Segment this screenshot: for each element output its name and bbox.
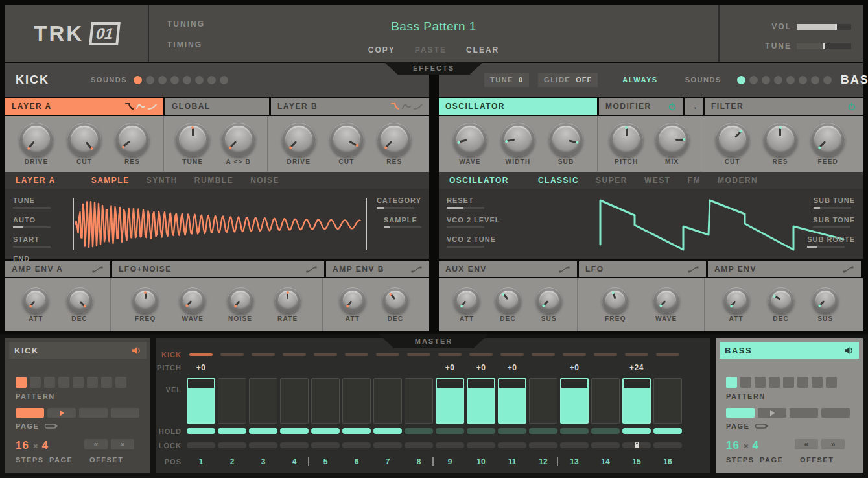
res-knob[interactable]: RES: [377, 123, 411, 165]
vel-step-13[interactable]: [560, 378, 589, 424]
cut-knob[interactable]: CUT: [330, 123, 364, 165]
lock-step-4[interactable]: [280, 442, 309, 448]
pattern-slot-3[interactable]: [44, 377, 55, 388]
kick-offset-right-button[interactable]: »: [111, 439, 134, 449]
modifier-route-arrow[interactable]: →: [685, 98, 703, 115]
kick-trigger-step-12[interactable]: [529, 352, 557, 357]
hold-step-9[interactable]: [436, 428, 464, 434]
subtab-synth[interactable]: SYNTH: [147, 176, 178, 185]
lock-step-14[interactable]: [591, 442, 620, 448]
sub-knob[interactable]: SUB: [549, 123, 583, 165]
sub-tune-param[interactable]: SUB TUNE: [814, 194, 855, 209]
page-slot-4[interactable]: [821, 408, 850, 418]
subtab-rumble[interactable]: RUMBLE: [194, 176, 233, 185]
sub-tone-slider[interactable]: [813, 226, 850, 228]
bass-page-loop-icon[interactable]: [755, 423, 769, 429]
vco-2-level-param[interactable]: VCO 2 LEVEL: [447, 213, 500, 228]
pitch-step-9[interactable]: +0: [436, 363, 464, 373]
kick-trigger-step-3[interactable]: [249, 352, 277, 357]
width-knob[interactable]: WIDTH: [501, 123, 535, 165]
hold-step-4[interactable]: [280, 428, 309, 434]
att-knob[interactable]: ATT: [23, 287, 49, 322]
page-slot-2[interactable]: [758, 408, 786, 418]
pattern-slot-8[interactable]: [115, 377, 126, 388]
sound-slot-8[interactable]: [220, 76, 228, 84]
kick-trigger-step-11[interactable]: [498, 352, 526, 357]
sound-slot-5[interactable]: [183, 76, 191, 84]
pattern-slot-7[interactable]: [812, 377, 823, 388]
lock-step-8[interactable]: [405, 442, 433, 448]
subtab-west[interactable]: WEST: [644, 176, 671, 185]
pitch-step-3[interactable]: [249, 363, 277, 373]
lock-step-5[interactable]: [311, 442, 340, 448]
noise-knob[interactable]: NOISE: [228, 287, 253, 322]
hold-step-3[interactable]: [249, 428, 277, 434]
pitch-step-16[interactable]: [653, 363, 682, 373]
subtab-sample[interactable]: SAMPLE: [91, 176, 130, 185]
wave-knob[interactable]: WAVE: [180, 287, 205, 322]
kick-trigger-step-7[interactable]: [373, 352, 402, 357]
vel-step-2[interactable]: [218, 378, 246, 424]
sample-slider[interactable]: [384, 226, 421, 228]
start-slider[interactable]: [13, 246, 51, 248]
lock-step-11[interactable]: [498, 442, 526, 448]
vel-step-1[interactable]: [187, 378, 215, 424]
pattern-slot-2[interactable]: [30, 377, 41, 388]
kick-trigger-step-9[interactable]: [436, 352, 464, 357]
wave-knob[interactable]: WAVE: [453, 123, 487, 165]
kick-trigger-step-13[interactable]: [560, 352, 589, 357]
bass-steps-value[interactable]: 16: [726, 439, 740, 452]
pitch-knob[interactable]: PITCH: [609, 123, 643, 165]
lock-step-10[interactable]: [467, 442, 495, 448]
reset-slider[interactable]: [447, 207, 484, 209]
pattern-slot-7[interactable]: [101, 377, 112, 388]
bass-tune-control[interactable]: TUNE 0: [484, 73, 529, 87]
lock-step-3[interactable]: [249, 442, 277, 448]
pitch-step-8[interactable]: [405, 363, 433, 373]
bass-mute-speaker-icon[interactable]: [844, 346, 854, 355]
dec-knob[interactable]: DEC: [768, 287, 794, 322]
wave-knob[interactable]: WAVE: [653, 287, 679, 322]
sample-end-marker[interactable]: [366, 198, 367, 250]
mix-knob[interactable]: MIX: [655, 123, 689, 165]
pattern-slot-6[interactable]: [797, 377, 808, 388]
tab-oscillator[interactable]: OSCILLATOR: [439, 98, 597, 115]
lock-step-1[interactable]: [187, 442, 215, 448]
sample-param[interactable]: SAMPLE: [384, 213, 421, 228]
rate-knob[interactable]: RATE: [275, 287, 301, 322]
hold-step-12[interactable]: [529, 428, 557, 434]
kick-seq-header[interactable]: KICK: [9, 342, 147, 359]
hold-step-14[interactable]: [591, 428, 620, 434]
att-knob[interactable]: ATT: [454, 287, 480, 322]
freq-knob[interactable]: FREQ: [602, 287, 628, 322]
vco-2-level-slider[interactable]: [447, 226, 484, 228]
pitch-step-12[interactable]: [529, 363, 557, 373]
start-param[interactable]: START: [13, 233, 51, 248]
copy-button[interactable]: COPY: [368, 45, 395, 54]
vel-step-7[interactable]: [373, 378, 402, 424]
category-param[interactable]: CATEGORY: [377, 194, 421, 209]
hold-step-7[interactable]: [373, 428, 402, 434]
pitch-step-10[interactable]: +0: [467, 363, 495, 373]
bass-offset-left-button[interactable]: «: [795, 439, 818, 449]
subtab-modern[interactable]: MODERN: [718, 176, 758, 185]
lock-step-12[interactable]: [529, 442, 557, 448]
sound-slot-6[interactable]: [799, 76, 807, 84]
pattern-slot-1[interactable]: [726, 377, 737, 388]
kick-trigger-step-1[interactable]: [187, 352, 215, 357]
page-slot-3[interactable]: [790, 408, 818, 418]
bass-glide-always-toggle[interactable]: ALWAYS: [622, 76, 657, 84]
pattern-slot-5[interactable]: [73, 377, 84, 388]
vel-step-8[interactable]: [405, 378, 433, 424]
vel-step-10[interactable]: [467, 378, 495, 424]
sound-slot-6[interactable]: [195, 76, 204, 84]
tune-slider[interactable]: [13, 207, 51, 209]
drive-knob[interactable]: DRIVE: [19, 123, 53, 165]
sample-start-marker[interactable]: [73, 198, 74, 250]
page-slot-4[interactable]: [111, 408, 139, 418]
vel-step-5[interactable]: [311, 378, 340, 424]
sound-slot-2[interactable]: [146, 76, 154, 84]
hold-step-16[interactable]: [653, 428, 682, 434]
pattern-slot-6[interactable]: [87, 377, 98, 388]
pitch-step-6[interactable]: [342, 363, 371, 373]
